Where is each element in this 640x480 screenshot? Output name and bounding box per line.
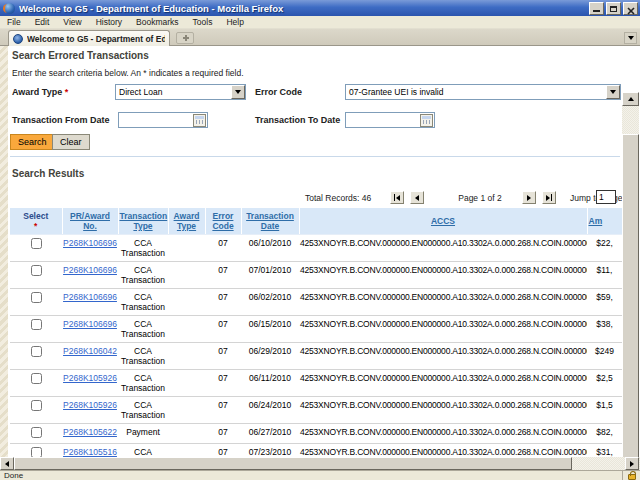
results-table: Select* PR/AwardNo. TransactionType Awar… <box>10 208 622 457</box>
row-select-checkbox[interactable] <box>31 373 42 384</box>
search-button[interactable]: Search <box>10 134 55 150</box>
row-select-checkbox[interactable] <box>31 447 42 457</box>
cell-pr-award-no: P268K106696 <box>62 235 118 262</box>
previous-page-icon <box>415 195 419 201</box>
cell-select <box>10 370 62 397</box>
scroll-up-button[interactable] <box>622 92 639 106</box>
cell-select <box>10 397 62 424</box>
cell-transaction-type: CCA Transaction <box>118 289 168 316</box>
cell-amount: $11, <box>587 262 622 289</box>
minimize-button[interactable] <box>589 2 604 15</box>
dropdown-arrow-icon[interactable] <box>231 85 245 99</box>
menu-history[interactable]: History <box>89 16 129 29</box>
row-select-checkbox[interactable] <box>31 238 42 249</box>
new-tab-button[interactable] <box>176 32 194 44</box>
pagination-bar: Total Records: 46 Page 1 of 2 Jump to Pa… <box>8 190 622 206</box>
cell-amount: $38, <box>587 316 622 343</box>
scroll-left-button[interactable] <box>0 457 14 470</box>
row-select-checkbox[interactable] <box>31 265 42 276</box>
cell-accs: 4253XNOYR.B.CONV.000000.EN000000.A10.330… <box>299 343 587 370</box>
menu-edit[interactable]: Edit <box>28 16 57 29</box>
row-select-checkbox[interactable] <box>31 319 42 330</box>
cell-amount: $249 <box>587 343 622 370</box>
col-transaction-type[interactable]: TransactionType <box>118 208 168 235</box>
clear-button[interactable]: Clear <box>52 134 90 150</box>
pr-award-no-link[interactable]: P268K105926 <box>63 400 117 410</box>
calendar-icon[interactable] <box>193 114 206 127</box>
row-select-checkbox[interactable] <box>31 292 42 303</box>
scroll-right-button[interactable] <box>625 457 639 470</box>
cell-error-code: 07 <box>205 397 241 424</box>
cell-select <box>10 262 62 289</box>
cell-transaction-type: CCA Transaction <box>118 343 168 370</box>
error-code-select[interactable]: 07-Grantee UEI is invalid <box>345 84 621 100</box>
dropdown-arrow-icon[interactable] <box>606 85 620 99</box>
previous-page-button[interactable] <box>410 191 424 204</box>
first-page-button[interactable] <box>390 191 404 204</box>
cell-select <box>10 289 62 316</box>
transaction-to-date-input[interactable] <box>346 114 420 126</box>
next-page-icon <box>527 195 531 201</box>
last-page-button[interactable] <box>542 191 556 204</box>
pr-award-no-link[interactable]: P268K106696 <box>63 319 117 329</box>
cell-transaction-date: 06/27/2010 <box>241 424 299 444</box>
active-tab[interactable]: Welcome to G5 - Department of Edu... <box>8 30 170 46</box>
list-all-tabs-button[interactable] <box>624 32 637 44</box>
title-bar: Welcome to G5 - Department of Education … <box>0 0 640 16</box>
close-button[interactable] <box>623 2 638 15</box>
cell-transaction-type: CCA Transaction <box>118 235 168 262</box>
table-row: P268K105926 CCA Transaction 07 06/24/201… <box>10 397 622 424</box>
pr-award-no-link[interactable]: P268K105516 <box>63 447 117 457</box>
cell-transaction-date: 07/23/2010 <box>241 444 299 458</box>
col-error-code[interactable]: ErrorCode <box>205 208 241 235</box>
row-select-checkbox[interactable] <box>31 427 42 438</box>
cell-pr-award-no: P268K105622 <box>62 424 118 444</box>
col-transaction-date[interactable]: TransactionDate <box>241 208 299 235</box>
cell-select <box>10 444 62 458</box>
row-select-checkbox[interactable] <box>31 400 42 411</box>
row-select-checkbox[interactable] <box>31 346 42 357</box>
next-page-button[interactable] <box>522 191 536 204</box>
restore-icon <box>610 6 617 12</box>
cell-award-type <box>168 343 205 370</box>
pr-award-no-link[interactable]: P268K106696 <box>63 238 117 248</box>
menu-view[interactable]: View <box>56 16 88 29</box>
cell-select <box>10 316 62 343</box>
cell-error-code: 07 <box>205 262 241 289</box>
col-accs[interactable]: ACCS <box>299 208 587 235</box>
pr-award-no-link[interactable]: P268K106042 <box>63 346 117 356</box>
menu-tools[interactable]: Tools <box>186 16 220 29</box>
menu-help[interactable]: Help <box>219 16 250 29</box>
pr-award-no-link[interactable]: P268K106696 <box>63 265 117 275</box>
arrow-up-icon <box>628 97 634 101</box>
pr-award-no-link[interactable]: P268K105622 <box>63 427 117 437</box>
col-pr-award-no[interactable]: PR/AwardNo. <box>62 208 118 235</box>
pr-award-no-link[interactable]: P268K105926 <box>63 373 117 383</box>
award-type-label: Award Type * <box>12 87 68 97</box>
menu-bookmarks[interactable]: Bookmarks <box>129 16 186 29</box>
cell-award-type <box>168 444 205 458</box>
award-type-select[interactable]: Direct Loan <box>115 84 246 100</box>
jump-to-page-input[interactable] <box>596 190 616 204</box>
cell-error-code: 07 <box>205 343 241 370</box>
col-amount[interactable]: Am <box>587 208 622 235</box>
table-row: P268K106696 CCA Transaction 07 06/02/201… <box>10 289 622 316</box>
g5-favicon-icon <box>13 34 23 44</box>
horizontal-scroll-thumb[interactable] <box>14 457 572 470</box>
transaction-from-date-input[interactable] <box>119 114 193 126</box>
pr-award-no-link[interactable]: P268K106696 <box>63 292 117 302</box>
cell-transaction-type: CCA Transaction <box>118 444 168 458</box>
horizontal-scrollbar[interactable] <box>0 457 640 470</box>
vertical-scroll-thumb[interactable] <box>622 134 639 480</box>
vertical-scrollbar[interactable] <box>622 92 639 480</box>
restore-button[interactable] <box>606 2 621 15</box>
cell-pr-award-no: P268K105516 <box>62 444 118 458</box>
browser-window: Welcome to G5 - Department of Education … <box>0 0 640 480</box>
arrow-right-icon <box>630 461 634 467</box>
col-award-type[interactable]: AwardType <box>168 208 205 235</box>
calendar-icon[interactable] <box>420 114 433 127</box>
cell-award-type <box>168 262 205 289</box>
cell-pr-award-no: P268K106696 <box>62 262 118 289</box>
menu-file[interactable]: File <box>0 16 28 29</box>
page-left-border <box>0 46 8 457</box>
